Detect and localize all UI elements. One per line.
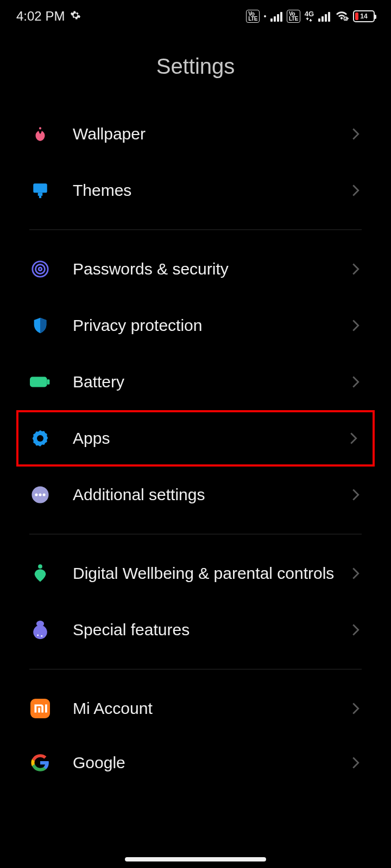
svg-point-13 (39, 493, 41, 496)
chevron-right-icon (350, 624, 362, 636)
settings-item-apps[interactable]: Apps (16, 410, 375, 467)
svg-point-18 (37, 635, 39, 636)
svg-point-6 (36, 265, 45, 274)
chevron-right-icon (350, 184, 362, 196)
settings-item-label: Additional settings (51, 484, 350, 505)
chevron-right-icon (350, 757, 362, 769)
themes-icon (29, 180, 51, 201)
settings-list: Wallpaper Themes Passwords & security Pr… (0, 106, 391, 774)
settings-item-special-features[interactable]: Special features (0, 602, 391, 658)
signal-bars-2 (318, 11, 330, 22)
status-bar: 4:02 PM VoLTE VoLTE 4G 14 (0, 0, 391, 33)
svg-point-14 (43, 493, 46, 496)
settings-status-icon (70, 9, 81, 24)
chevron-right-icon (350, 263, 362, 275)
status-time: 4:02 PM (16, 9, 65, 24)
chevron-right-icon (350, 567, 362, 579)
chevron-right-icon (350, 703, 362, 714)
settings-item-additional-settings[interactable]: Additional settings (0, 467, 391, 523)
divider (29, 534, 362, 534)
settings-item-battery[interactable]: Battery (0, 354, 391, 410)
google-logo-icon (29, 752, 51, 774)
settings-item-mi-account[interactable]: Mi Account (0, 680, 391, 737)
chevron-right-icon (350, 320, 362, 331)
svg-rect-2 (33, 183, 47, 193)
divider (29, 229, 362, 230)
more-icon (29, 484, 51, 506)
battery-icon: 14 (353, 10, 375, 22)
wellbeing-icon (29, 563, 51, 584)
settings-item-themes[interactable]: Themes (0, 162, 391, 219)
divider (29, 669, 362, 669)
special-features-icon (29, 619, 51, 641)
signal-bars-1 (270, 11, 282, 22)
settings-item-label: Battery (51, 372, 350, 392)
chevron-right-icon (350, 489, 362, 501)
svg-rect-8 (30, 377, 47, 387)
svg-point-17 (33, 626, 47, 640)
network-type: 4G (305, 11, 314, 22)
svg-point-10 (37, 435, 43, 442)
svg-point-12 (35, 493, 37, 496)
status-right: VoLTE VoLTE 4G 14 (246, 9, 375, 24)
page-title: Settings (0, 33, 391, 106)
settings-item-label: Passwords & security (51, 259, 350, 279)
settings-item-google[interactable]: Google (0, 737, 391, 774)
battery-icon (29, 371, 51, 393)
volte-icon-1: VoLTE (246, 10, 260, 23)
settings-item-label: Mi Account (51, 698, 350, 719)
settings-item-label: Themes (51, 180, 350, 201)
settings-item-label: Digital Wellbeing & parental controls (51, 563, 350, 584)
settings-item-label: Privacy protection (51, 315, 350, 336)
wallpaper-icon (29, 123, 51, 145)
volte-icon-2: VoLTE (287, 10, 300, 23)
apps-gear-icon (29, 427, 51, 449)
fingerprint-icon (29, 258, 51, 280)
settings-item-wallpaper[interactable]: Wallpaper (0, 106, 391, 162)
svg-point-15 (38, 564, 42, 569)
svg-rect-9 (47, 379, 50, 385)
settings-item-label: Wallpaper (51, 124, 350, 144)
settings-item-label: Apps (51, 428, 348, 449)
svg-point-19 (41, 635, 42, 637)
gesture-bar[interactable] (125, 857, 266, 861)
mi-logo-icon (29, 698, 51, 719)
wifi-icon (335, 9, 349, 24)
svg-point-7 (39, 267, 42, 271)
settings-item-digital-wellbeing[interactable]: Digital Wellbeing & parental controls (0, 545, 391, 602)
settings-item-label: Special features (51, 620, 350, 640)
chevron-right-icon (348, 432, 360, 444)
settings-item-label: Google (51, 752, 350, 773)
settings-item-passwords-security[interactable]: Passwords & security (0, 241, 391, 297)
shield-icon (29, 315, 51, 336)
settings-item-privacy-protection[interactable]: Privacy protection (0, 297, 391, 354)
svg-rect-3 (38, 193, 43, 196)
status-left: 4:02 PM (16, 9, 81, 24)
chevron-right-icon (350, 128, 362, 140)
svg-rect-4 (39, 196, 41, 198)
signal-dot-1 (264, 15, 266, 17)
chevron-right-icon (350, 376, 362, 388)
